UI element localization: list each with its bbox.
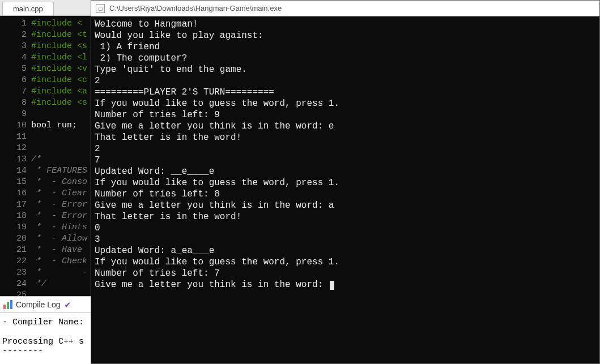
line-number: 2 [0,29,27,41]
console-line: Number of tries left: 8 [95,189,596,200]
console-line: If you would like to guess the word, pre… [95,177,596,189]
console-line: Updated Word: a_ea___e [95,245,596,256]
console-line: Give me a letter you think is in the wor… [95,200,596,211]
line-number: 15 [0,177,27,188]
console-line: If you would like to guess the word, pre… [95,256,596,268]
console-line: If you would like to guess the word, pre… [95,98,596,109]
tab-main-cpp[interactable]: main.cpp [2,2,54,15]
line-number: 25 [0,290,27,296]
line-number: 16 [0,188,27,199]
line-number: 5 [0,63,27,75]
line-number: 20 [0,233,27,245]
line-number: 17 [0,199,27,211]
line-number: 4 [0,52,27,63]
line-number: 1 [0,18,27,29]
line-number: 11 [0,131,27,143]
console-line: 0 [95,222,596,234]
console-line: Number of tries left: 7 [95,268,596,279]
console-line: 1) A friend [95,41,596,53]
line-number: 19 [0,222,27,233]
line-number: 3 [0,41,27,52]
console-line: Number of tries left: 9 [95,109,596,121]
console-line: =========PLAYER 2'S TURN========= [95,87,596,98]
console-line: That letter is in the word! [95,211,596,222]
console-line: Would you like to play against: [95,30,596,41]
line-number: 14 [0,165,27,177]
console-line: 2 [95,143,596,155]
line-number: 10 [0,120,27,131]
line-number: 6 [0,75,27,86]
console-line: Updated Word: __e____e [95,166,596,177]
line-number: 8 [0,97,27,109]
console-line: 7 [95,155,596,166]
console-line: Give me a letter you think is in the wor… [95,279,596,290]
console-body[interactable]: Welcome to Hangman!Would you like to pla… [91,16,599,363]
line-number: 7 [0,86,27,97]
console-line: That letter is in the word! [95,132,596,143]
console-icon: ▢ [96,4,105,13]
line-number: 9 [0,109,27,120]
line-number: 13 [0,154,27,165]
chart-icon [3,300,12,309]
console-line: Give me a letter you think is in the wor… [95,121,596,132]
console-window: ▢ C:\Users\Riya\Downloads\Hangman-Game\m… [91,0,600,364]
console-line: 2 [95,75,596,87]
console-title-text: C:\Users\Riya\Downloads\Hangman-Game\mai… [109,4,282,12]
check-icon: ✔ [65,299,71,310]
gutter: 1234567891011121314151617181920212223242… [0,16,31,296]
console-line: Type 'quit' to end the game. [95,64,596,75]
console-line: Welcome to Hangman! [95,19,596,30]
console-title-bar[interactable]: ▢ C:\Users\Riya\Downloads\Hangman-Game\m… [91,1,599,16]
compile-log-tab[interactable]: Compile Log [16,300,61,309]
cursor [330,281,334,290]
console-line: 3 [95,234,596,245]
line-number: 18 [0,211,27,222]
line-number: 12 [0,143,27,154]
line-number: 24 [0,279,27,290]
line-number: 23 [0,267,27,279]
line-number: 22 [0,256,27,267]
line-number: 21 [0,245,27,256]
console-line: 2) The computer? [95,53,596,64]
